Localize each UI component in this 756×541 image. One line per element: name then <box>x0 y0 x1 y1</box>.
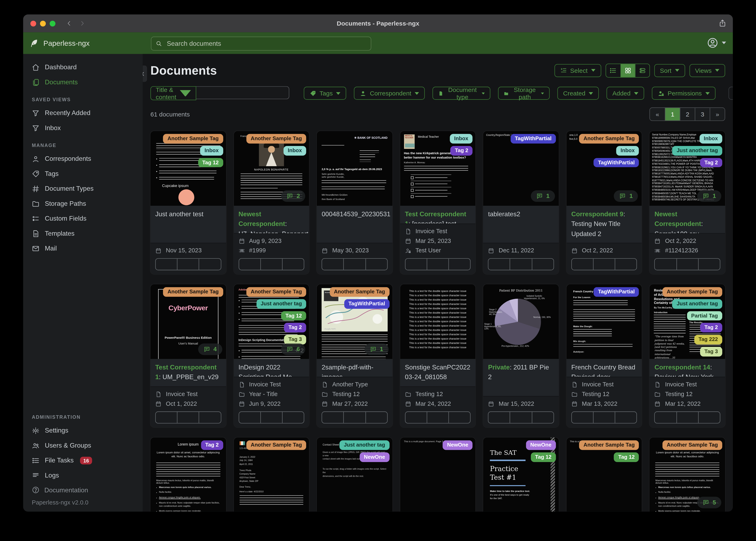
document-thumbnail[interactable]: Serial Number,Company Name,Employe978818… <box>650 131 725 206</box>
tag-pill[interactable]: Another Sample Tag <box>246 287 306 297</box>
document-thumbnail[interactable]: Lorem ipsum Lorem ipsum dolor sit amet, … <box>150 437 226 512</box>
tag-pill[interactable]: Tag 12 <box>531 452 556 462</box>
title-content-input[interactable] <box>196 86 289 99</box>
filter-created-button[interactable]: Created <box>557 87 599 100</box>
document-title[interactable]: 0004814539_20230531 <box>317 206 392 243</box>
tag-pill[interactable]: Partial Tag <box>687 311 722 320</box>
tag-pill[interactable]: Inbox <box>699 134 722 144</box>
edit-button[interactable] <box>239 259 260 270</box>
tag-pill[interactable]: NewOne <box>443 440 473 450</box>
tag-pill[interactable]: NewOne <box>359 452 389 462</box>
tag-pill[interactable]: TagWithPartial <box>344 299 390 308</box>
sidebar-item-tags[interactable]: Tags <box>23 166 143 181</box>
tag-pill[interactable]: Tag 12 <box>614 452 639 462</box>
download-button[interactable] <box>698 412 720 423</box>
page-2-button[interactable]: 2 <box>680 108 695 120</box>
document-thumbnail[interactable]: ✳ BANK OF SCOTLAND 2,0 % p. a. auf Ihr T… <box>317 131 392 206</box>
edit-button[interactable] <box>322 412 343 423</box>
tag-pill[interactable]: Tag 2 <box>700 323 722 332</box>
tag-pill[interactable]: TagWithPartial <box>594 287 639 297</box>
page-1-button[interactable]: 1 <box>665 108 680 120</box>
document-title[interactable]: Newest Correspondent: H7_Napoleon_Bonapa… <box>234 206 309 233</box>
download-button[interactable] <box>615 259 637 270</box>
sort-button[interactable]: Sort <box>654 64 685 77</box>
tag-pill[interactable]: Another Sample Tag <box>579 134 639 144</box>
download-button[interactable] <box>365 259 387 270</box>
filter-correspondent-button[interactable]: Correspondent <box>354 87 425 100</box>
edit-button[interactable] <box>405 412 426 423</box>
filter-added-button[interactable]: Added <box>607 87 644 100</box>
tag-pill[interactable]: Another Sample Tag <box>579 440 639 450</box>
edit-button[interactable] <box>489 259 510 270</box>
title-content-dropdown[interactable]: Title & content <box>150 86 196 100</box>
tag-pill[interactable]: Just another tag <box>672 146 722 155</box>
tag-pill[interactable]: Tag 12 <box>198 158 223 167</box>
tag-pill[interactable]: Tag 3 <box>284 335 306 344</box>
sidebar-item-templates[interactable]: Templates <box>23 226 143 241</box>
preview-button[interactable] <box>593 412 615 423</box>
sidebar-item-settings[interactable]: Settings <box>23 423 143 438</box>
document-thumbnail[interactable]: Lorem ipsum Lorem ipsum dolor sit amet, … <box>650 437 725 512</box>
tag-pill[interactable]: Tag 12 <box>281 311 306 320</box>
download-button[interactable] <box>532 259 554 270</box>
document-thumbnail[interactable]: Contact Sheet Demo Given a set of image … <box>317 437 392 512</box>
download-button[interactable] <box>282 259 304 270</box>
edit-button[interactable] <box>655 259 676 270</box>
sidebar-item-users-groups[interactable]: Users & Groups <box>23 438 143 453</box>
document-thumbnail[interactable]: Adobe InDesign Scripting Documentation A… <box>234 284 309 359</box>
back-icon[interactable] <box>66 20 72 26</box>
sidebar-item-inbox[interactable]: Inbox <box>23 120 143 135</box>
share-icon[interactable] <box>718 18 727 28</box>
document-thumbnail[interactable]: CyberPower PowerPanel® Business Edition … <box>150 284 226 359</box>
document-thumbnail[interactable]: This is a multi page document. Page 1.Ne… <box>400 437 476 512</box>
preview-button[interactable] <box>344 259 365 270</box>
search-input[interactable] <box>166 40 366 48</box>
document-thumbnail[interactable]: This is a test for the double space char… <box>400 284 476 359</box>
tag-pill[interactable]: Another Sample Tag <box>246 134 306 144</box>
document-title[interactable]: Private: 2011 BP Pie 2 <box>483 359 559 396</box>
sidebar-collapse-button[interactable] <box>143 66 147 82</box>
document-title[interactable]: Test Correspondent 1: [paperless] test p… <box>400 206 476 224</box>
tag-pill[interactable]: Another Sample Tag <box>163 287 223 297</box>
tag-pill[interactable]: Another Sample Tag <box>330 287 389 297</box>
document-thumbnail[interactable]: Adobe Acrobat PDF Files Cupcake ipsum An… <box>150 131 226 206</box>
comment-count-badge[interactable]: 4 <box>198 343 222 355</box>
tag-pill[interactable]: Tag 2 <box>284 323 306 332</box>
tag-pill[interactable]: Tag 2 <box>700 158 722 167</box>
tag-pill[interactable]: TagWithPartial <box>510 134 556 144</box>
edit-button[interactable] <box>239 412 260 423</box>
document-thumbnail[interactable]: The SAT PracticeTest #1 Make time to tak… <box>483 437 559 512</box>
sidebar-item-recently-added[interactable]: Recently Added <box>23 106 143 120</box>
document-title[interactable]: Test Correspondent 1: UM_PPBE_en_v29 <box>150 359 226 386</box>
comment-count-badge[interactable]: 2 <box>281 190 305 202</box>
preview-button[interactable] <box>676 412 698 423</box>
sidebar-item-correspondents[interactable]: Correspondents <box>23 151 143 166</box>
tag-pill[interactable]: Another Sample Tag <box>662 287 722 297</box>
sidebar-item-mail[interactable]: Mail <box>23 241 143 256</box>
tag-pill[interactable]: Just another tag <box>672 299 722 308</box>
filter-tags-button[interactable]: Tags <box>304 87 346 100</box>
edit-button[interactable] <box>572 412 593 423</box>
edit-button[interactable] <box>489 412 510 423</box>
sidebar-item-custom-fields[interactable]: Custom Fields <box>23 211 143 226</box>
tag-pill[interactable]: Another Sample Tag <box>662 440 722 450</box>
sidebar-item-file-tasks[interactable]: File Tasks16 <box>23 453 143 468</box>
document-thumbnail[interactable]: French Country Bread For the Leaven Make… <box>566 284 642 359</box>
preview-button[interactable] <box>427 259 449 270</box>
document-thumbnail[interactable]: Francja pod r NAPOLEON BONAPARTE Another… <box>234 131 309 206</box>
sidebar-item-documentation[interactable]: Documentation <box>23 483 143 497</box>
view-detail-button[interactable] <box>635 64 649 77</box>
filter-storage-path-button[interactable]: Storage path <box>498 87 550 100</box>
brand[interactable]: Paperless-ngx <box>23 39 90 48</box>
select-button[interactable]: Select <box>554 64 601 77</box>
tag-pill[interactable]: Another Sample Tag <box>163 134 223 144</box>
preview-button[interactable] <box>676 259 698 270</box>
download-button[interactable] <box>698 259 720 270</box>
comment-count-badge[interactable]: 5 <box>697 497 721 508</box>
tag-pill[interactable]: Tag 2 <box>201 440 223 450</box>
reset-filters-button[interactable]: Reset filters <box>728 87 733 100</box>
document-title[interactable]: Sonstige ScanPC2022 03-24_081058 <box>400 359 476 386</box>
preview-button[interactable] <box>177 259 199 270</box>
document-thumbnail[interactable]: Review ofof Arbitral Awards shows swift … <box>650 284 725 359</box>
page-next-button[interactable]: » <box>710 108 725 120</box>
